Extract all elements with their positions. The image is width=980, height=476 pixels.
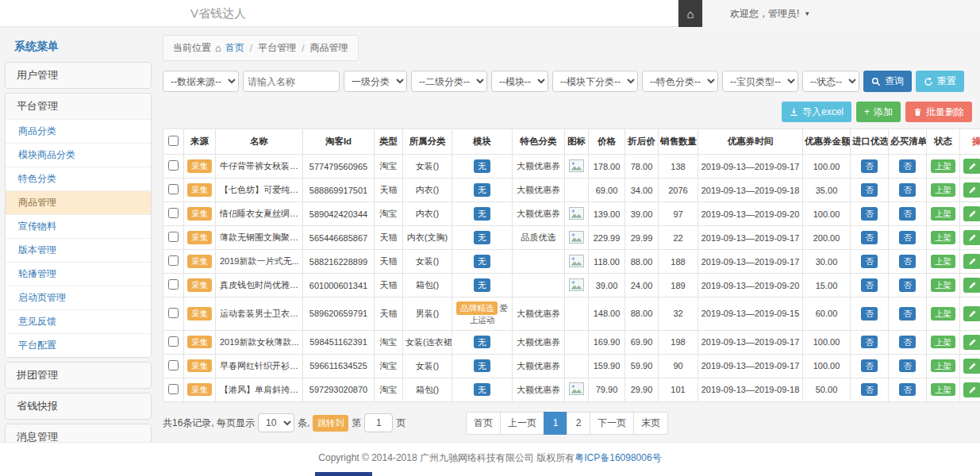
sidebar-item[interactable]: 宣传物料 [6, 214, 151, 238]
edit-button[interactable] [963, 359, 980, 374]
must-buy-badge[interactable]: 否 [899, 231, 916, 244]
row-checkbox[interactable] [168, 384, 179, 394]
imported-badge[interactable]: 否 [861, 255, 878, 268]
filter-special-category[interactable]: --特色分类-- [642, 71, 718, 92]
sidebar-item[interactable]: 版本管理 [6, 238, 151, 262]
sidebar-item[interactable]: 模块商品分类 [6, 143, 151, 167]
sidebar-group[interactable]: 平台管理 [6, 94, 151, 119]
sidebar-item[interactable]: 轮播管理 [6, 262, 151, 286]
imported-badge[interactable]: 否 [861, 359, 878, 373]
row-checkbox[interactable] [168, 255, 179, 266]
import-excel-button[interactable]: 导入excel [782, 102, 851, 122]
must-buy-badge[interactable]: 否 [899, 207, 916, 221]
sidebar-group[interactable]: 拼团管理 [6, 363, 151, 388]
page-button[interactable]: 2 [567, 412, 590, 435]
row-actions [960, 155, 980, 178]
must-buy-badge[interactable]: 否 [899, 255, 916, 268]
sidebar-group[interactable]: 用户管理 [6, 63, 151, 88]
status-badge[interactable]: 上架 [931, 278, 955, 292]
status-badge[interactable]: 上架 [931, 231, 955, 244]
edit-button[interactable] [963, 278, 980, 293]
status-badge[interactable]: 上架 [931, 307, 955, 321]
must-buy-badge[interactable]: 否 [899, 278, 916, 292]
row-checkbox[interactable] [168, 160, 179, 171]
module-cell: 无 [452, 378, 513, 401]
imported-badge[interactable]: 否 [861, 307, 878, 321]
home-button[interactable]: ⌂ [678, 0, 702, 27]
breadcrumb-home-link[interactable]: 首页 [225, 41, 244, 55]
must-buy-badge[interactable]: 否 [899, 307, 916, 321]
row-checkbox[interactable] [168, 360, 179, 370]
jump-button[interactable]: 跳转到 [313, 415, 348, 432]
module-badge: 品牌精选 [456, 301, 498, 315]
filter-item-type[interactable]: --宝贝类型-- [722, 71, 798, 92]
filter-module-subcategory[interactable]: --模块下分类-- [552, 71, 638, 92]
imported-badge[interactable]: 否 [861, 231, 878, 244]
edit-button[interactable] [963, 182, 980, 198]
sidebar-group[interactable]: 省钱快报 [6, 393, 151, 419]
must-buy-badge[interactable]: 否 [899, 183, 916, 197]
page-button[interactable]: 末页 [633, 412, 668, 435]
sidebar-item[interactable]: 意见反馈 [6, 309, 151, 333]
row-checkbox[interactable] [168, 336, 179, 347]
page-button[interactable]: 下一页 [590, 412, 634, 435]
row-checkbox[interactable] [168, 279, 179, 290]
must-buy-badge[interactable]: 否 [899, 359, 916, 373]
filter-level1-category[interactable]: 一级分类 [344, 71, 407, 92]
edit-button[interactable] [963, 335, 980, 350]
batch-delete-button[interactable]: 批量删除 [905, 102, 972, 122]
add-button[interactable]: + 添加 [856, 102, 901, 122]
must-buy-badge[interactable]: 否 [899, 159, 916, 173]
edit-button[interactable] [963, 206, 980, 221]
edit-button[interactable] [963, 382, 980, 397]
name-search-input[interactable] [243, 71, 340, 92]
edit-button[interactable] [963, 230, 980, 245]
filter-module[interactable]: --模块-- [491, 71, 548, 92]
filter-data-source[interactable]: --数据来源-- [163, 71, 239, 92]
jump-page-input[interactable] [364, 413, 393, 432]
status-badge[interactable]: 上架 [931, 336, 955, 349]
imported-badge[interactable]: 否 [861, 336, 878, 349]
sidebar-item[interactable]: 启动页管理 [6, 286, 151, 309]
price: 139.00 [589, 202, 625, 226]
filter-level2-category[interactable]: --二级分类-- [411, 71, 487, 92]
page-button[interactable]: 首页 [466, 412, 501, 435]
user-menu[interactable]: 欢迎您，管理员! ▼ [702, 0, 980, 27]
price: 69.00 [589, 178, 625, 202]
table-row: 采集 情侣睡衣女夏丝绸男士... 589042420344 淘宝 内衣() 无 … [163, 202, 980, 226]
must-buy-badge[interactable]: 否 [899, 336, 916, 349]
reset-button[interactable]: 重置 [916, 71, 964, 92]
imported-badge[interactable]: 否 [861, 207, 878, 221]
icp-link[interactable]: 粤ICP备16098006号 [575, 452, 661, 463]
imported-badge[interactable]: 否 [861, 159, 878, 173]
edit-button[interactable] [963, 254, 980, 269]
status-badge[interactable]: 上架 [931, 159, 955, 173]
filter-status[interactable]: --状态-- [802, 71, 859, 92]
page-size-select[interactable]: 10 [258, 413, 294, 432]
status-badge[interactable]: 上架 [931, 183, 955, 197]
row-checkbox[interactable] [168, 208, 179, 218]
row-checkbox[interactable] [168, 308, 179, 318]
row-checkbox[interactable] [168, 232, 179, 242]
must-buy-badge[interactable]: 否 [899, 383, 916, 397]
status-badge[interactable]: 上架 [931, 383, 955, 397]
imported-badge[interactable]: 否 [861, 383, 878, 397]
status-badge[interactable]: 上架 [931, 359, 955, 373]
imported-badge[interactable]: 否 [861, 183, 878, 197]
coupon-time: 2019-09-13—2019-09-17 [698, 330, 803, 354]
page-button[interactable]: 上一页 [500, 412, 544, 435]
search-button[interactable]: 查询 [863, 71, 912, 92]
sidebar-item[interactable]: 商品分类 [6, 119, 151, 143]
sidebar-panel: 用户管理 [5, 62, 152, 89]
sidebar-item[interactable]: 特色分类 [6, 167, 151, 190]
page-button[interactable]: 1 [544, 412, 567, 435]
imported-badge[interactable]: 否 [861, 278, 878, 292]
sidebar-item[interactable]: 商品管理 [6, 190, 151, 214]
edit-button[interactable] [963, 159, 980, 174]
edit-button[interactable] [963, 306, 980, 321]
sidebar-item[interactable]: 平台配置 [6, 333, 151, 357]
status-badge[interactable]: 上架 [931, 255, 955, 268]
select-all-checkbox[interactable] [168, 136, 179, 146]
row-checkbox[interactable] [168, 184, 179, 194]
status-badge[interactable]: 上架 [931, 207, 955, 221]
